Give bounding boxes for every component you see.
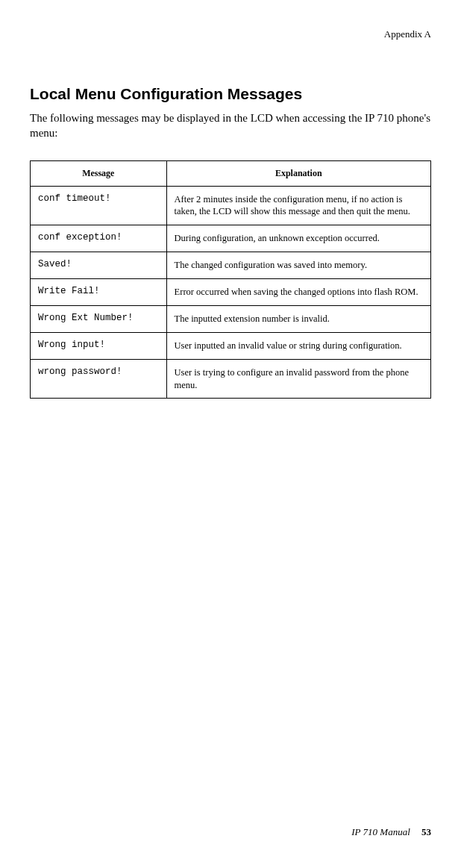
- section-title: Local Menu Configuration Messages: [30, 85, 431, 103]
- message-cell: wrong password!: [31, 359, 167, 399]
- table-row: Saved! The changed configuration was sav…: [31, 252, 431, 279]
- footer-manual: IP 710 Manual: [351, 826, 410, 837]
- header-appendix: Appendix A: [30, 28, 431, 40]
- explanation-cell: The changed configuration was saved into…: [166, 252, 430, 279]
- explanation-cell: The inputted extension number is invalid…: [166, 305, 430, 332]
- explanation-cell: Error occurred when saving the changed o…: [166, 279, 430, 306]
- messages-table: Message Explanation conf timeout! After …: [30, 160, 431, 399]
- section-intro: The following messages may be displayed …: [30, 110, 431, 141]
- table-row: conf timeout! After 2 minutes inside the…: [31, 186, 431, 225]
- table-row: wrong password! User is trying to config…: [31, 359, 431, 399]
- explanation-cell: User inputted an invalid value or string…: [166, 332, 430, 359]
- message-cell: conf timeout!: [31, 186, 167, 225]
- table-header-explanation: Explanation: [166, 160, 430, 186]
- message-cell: conf exception!: [31, 225, 167, 252]
- footer: IP 710 Manual 53: [351, 826, 431, 838]
- explanation-cell: User is trying to configure an invalid p…: [166, 359, 430, 399]
- table-row: Wrong Ext Number! The inputted extension…: [31, 305, 431, 332]
- message-cell: Wrong Ext Number!: [31, 305, 167, 332]
- message-cell: Saved!: [31, 252, 167, 279]
- table-row: Write Fail! Error occurred when saving t…: [31, 279, 431, 306]
- table-row: conf exception! During configuration, an…: [31, 225, 431, 252]
- table-row: Wrong input! User inputted an invalid va…: [31, 332, 431, 359]
- explanation-cell: During configuration, an unknown excepti…: [166, 225, 430, 252]
- message-cell: Wrong input!: [31, 332, 167, 359]
- explanation-cell: After 2 minutes inside the configuration…: [166, 186, 430, 225]
- message-cell: Write Fail!: [31, 279, 167, 306]
- footer-page: 53: [421, 826, 431, 837]
- table-header-message: Message: [31, 160, 167, 186]
